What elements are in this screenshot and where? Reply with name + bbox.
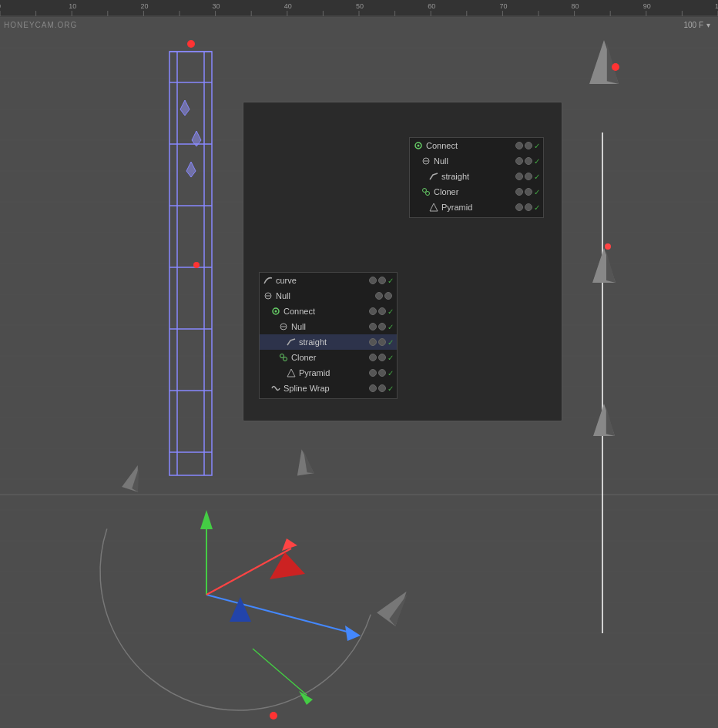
ctrl-check-null-main[interactable]: ✓: [534, 157, 540, 166]
straight-row-main[interactable]: straight ✓: [410, 169, 543, 184]
ctrl-vis-curve[interactable]: [369, 277, 377, 284]
ctrl-render-curve[interactable]: [378, 277, 386, 284]
main-scene-panel: Connect ✓ Null: [243, 102, 562, 421]
ctrl-render-null-sub[interactable]: [384, 292, 392, 300]
null-icon-sub: [263, 290, 273, 301]
null-icon-main: [421, 156, 431, 166]
null-row-main[interactable]: Null ✓: [410, 153, 543, 169]
pyramid-label-sub: Pyramid: [299, 368, 366, 377]
cloner-row-sub[interactable]: Cloner ✓: [260, 350, 397, 365]
pyramid-controls-sub: ✓: [369, 369, 394, 377]
connect-controls-main: ✓: [515, 142, 540, 150]
ctrl-vis-cloner-sub[interactable]: [369, 354, 377, 361]
straight-label-sub: straight: [299, 337, 366, 347]
svg-point-14: [284, 357, 287, 361]
null-label-main: Null: [434, 156, 512, 166]
null-label-sub2: Null: [291, 322, 366, 331]
connect-controls-sub: ✓: [369, 307, 394, 316]
ctrl-render-pyramid-sub[interactable]: [378, 369, 386, 377]
ctrl-check-straight-main[interactable]: ✓: [534, 173, 540, 181]
ctrl-vis-main[interactable]: [515, 142, 523, 149]
null-row-sub2[interactable]: Null ✓: [260, 319, 397, 334]
null-icon-sub2: [278, 321, 289, 332]
main-hierarchy-panel: Connect ✓ Null: [409, 137, 544, 218]
null-row-sub[interactable]: Null: [260, 288, 397, 304]
ctrl-check-main[interactable]: ✓: [534, 142, 540, 150]
framerate-value: 100 F: [683, 21, 703, 29]
ctrl-render-main[interactable]: [525, 142, 532, 149]
ctrl-render-cloner-main[interactable]: [525, 188, 532, 196]
pyramid-row-main[interactable]: Pyramid ✓: [410, 200, 543, 215]
ctrl-check-cloner-sub[interactable]: ✓: [388, 354, 394, 362]
cloner-icon-main: [421, 186, 431, 197]
ctrl-vis-cloner-main[interactable]: [515, 188, 523, 196]
ctrl-vis-pyramid-main[interactable]: [515, 203, 523, 211]
cloner-controls-main: ✓: [515, 188, 540, 196]
svg-point-4: [423, 189, 427, 193]
ctrl-check-straight-sub[interactable]: ✓: [388, 338, 394, 347]
ctrl-render-cloner-sub[interactable]: [378, 354, 386, 361]
ctrl-vis-straight-main[interactable]: [515, 173, 523, 180]
ruler: [0, 0, 718, 17]
connect-label-main: Connect: [426, 141, 512, 150]
curve-label: curve: [276, 276, 366, 285]
svg-point-10: [275, 310, 277, 313]
ctrl-vis-straight-sub[interactable]: [369, 338, 377, 346]
ctrl-check-pyramid-sub[interactable]: ✓: [388, 369, 394, 377]
pyramid-label-main: Pyramid: [441, 203, 512, 212]
ctrl-check-null-sub2[interactable]: ✓: [388, 323, 394, 331]
connect-icon-main: [413, 140, 424, 151]
connect-row-main[interactable]: Connect ✓: [410, 138, 543, 153]
sub-hierarchy-panel: curve ✓ Null: [259, 272, 398, 399]
ctrl-render-straight-sub[interactable]: [378, 338, 386, 346]
ctrl-render-null-main[interactable]: [525, 157, 532, 165]
ctrl-vis-splinewrap[interactable]: [369, 384, 377, 392]
ctrl-render-straight-main[interactable]: [525, 173, 532, 180]
ctrl-check-cloner-main[interactable]: ✓: [534, 188, 540, 196]
ctrl-vis-null-sub[interactable]: [375, 292, 383, 300]
straight-controls-sub: ✓: [369, 338, 394, 347]
connect-icon-sub: [270, 306, 281, 317]
ctrl-render-null-sub2[interactable]: [378, 323, 386, 330]
cloner-row-main[interactable]: Cloner ✓: [410, 184, 543, 200]
ctrl-check-splinewrap[interactable]: ✓: [388, 384, 394, 393]
ctrl-check-connect-sub[interactable]: ✓: [388, 307, 394, 316]
ctrl-render-pyramid-main[interactable]: [525, 203, 532, 211]
svg-point-1: [418, 145, 420, 147]
framerate-arrow: ▾: [706, 21, 710, 29]
straight-label-main: straight: [441, 172, 512, 181]
curve-icon: [263, 275, 273, 286]
svg-marker-15: [287, 369, 295, 377]
null-controls-sub2: ✓: [369, 323, 394, 331]
curve-row[interactable]: curve ✓: [260, 273, 397, 288]
splinewrap-controls: ✓: [369, 384, 394, 393]
framerate: 100 F ▾: [683, 21, 710, 29]
watermark: HONEYCAM.ORG: [4, 21, 77, 29]
viewport[interactable]: HONEYCAM.ORG 100 F ▾ Connect: [0, 17, 718, 728]
straight-icon-sub: [286, 337, 297, 347]
null-controls-sub: [375, 292, 394, 300]
ctrl-render-connect-sub[interactable]: [378, 307, 386, 315]
ctrl-render-splinewrap[interactable]: [378, 384, 386, 392]
ctrl-check-curve[interactable]: ✓: [388, 277, 394, 285]
pyramid-controls-main: ✓: [515, 203, 540, 212]
ctrl-vis-pyramid-sub[interactable]: [369, 369, 377, 377]
svg-marker-6: [430, 203, 438, 211]
connect-label-sub: Connect: [284, 307, 366, 316]
ctrl-vis-null-main[interactable]: [515, 157, 523, 165]
null-controls-main: ✓: [515, 157, 540, 166]
cloner-label-main: Cloner: [434, 187, 512, 196]
pyramid-row-sub[interactable]: Pyramid ✓: [260, 365, 397, 381]
svg-point-5: [426, 192, 430, 196]
straight-controls-main: ✓: [515, 173, 540, 181]
splinewrap-row[interactable]: Spline Wrap ✓: [260, 381, 397, 396]
ctrl-check-pyramid-main[interactable]: ✓: [534, 203, 540, 212]
straight-row-sub[interactable]: straight ✓: [260, 334, 397, 350]
cloner-icon-sub: [278, 352, 289, 363]
splinewrap-label: Spline Wrap: [284, 384, 366, 393]
ctrl-vis-connect-sub[interactable]: [369, 307, 377, 315]
pyramid-icon-main: [428, 202, 439, 213]
cloner-controls-sub: ✓: [369, 354, 394, 362]
ctrl-vis-null-sub2[interactable]: [369, 323, 377, 330]
connect-row-sub[interactable]: Connect ✓: [260, 304, 397, 319]
